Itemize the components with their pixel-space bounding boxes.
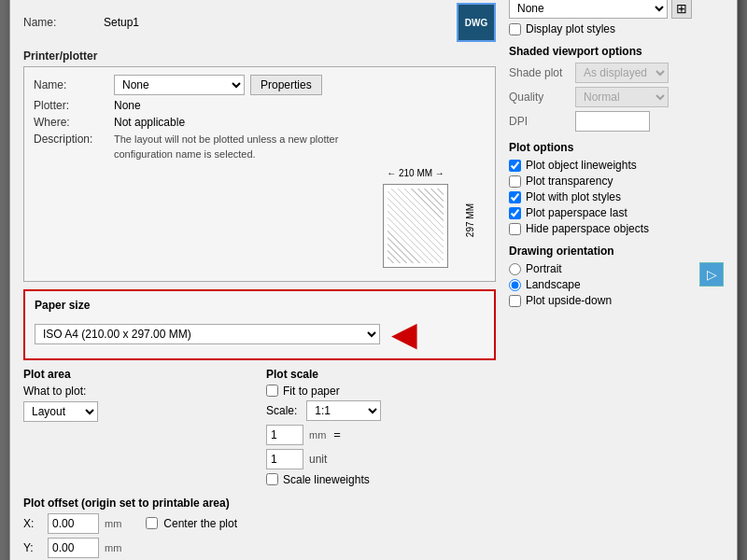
scale-select[interactable]: 1:1 xyxy=(306,400,381,421)
landscape-label: Landscape xyxy=(526,278,581,291)
what-to-plot-label: What to plot: xyxy=(23,385,86,398)
scale-label: Scale: xyxy=(266,404,297,417)
orientation-options: Portrait Landscape Plot upside-down xyxy=(509,262,699,310)
y-input[interactable] xyxy=(48,538,99,558)
plot-option3-row: Plot with plot styles xyxy=(509,190,724,203)
main-content: Page setup Name: Setup1 DWG Printer/plot… xyxy=(23,0,724,560)
shade-plot-select: As displayed xyxy=(575,63,669,83)
fit-to-paper-checkbox[interactable] xyxy=(266,385,278,397)
y-mm-label: mm xyxy=(105,542,121,553)
scale-num2-input[interactable] xyxy=(266,449,303,469)
quality-label: Quality xyxy=(509,91,570,104)
plot-paperspace-last-checkbox[interactable] xyxy=(509,207,521,219)
properties-button[interactable]: Properties xyxy=(250,75,322,95)
center-plot-checkbox[interactable] xyxy=(146,517,158,529)
plot-style-select[interactable]: None xyxy=(509,0,668,19)
scale-numbers-row2: unit xyxy=(266,449,496,469)
display-plot-styles-checkbox[interactable] xyxy=(509,23,521,35)
dpi-label: DPI xyxy=(509,115,570,128)
name-row: Name: Setup1 DWG xyxy=(23,3,496,42)
portrait-radio[interactable] xyxy=(509,263,521,275)
quality-select: Normal xyxy=(575,87,669,107)
paper-size-row: ISO A4 (210.00 x 297.00 MM) ◀ xyxy=(35,317,485,351)
paper-preview-wrapper: ← 210 MM → 297 MM xyxy=(34,165,486,268)
plot-option1-row: Plot object lineweights xyxy=(509,159,724,172)
where-label: Where: xyxy=(34,116,108,129)
display-plot-styles-row: Display plot styles xyxy=(509,22,724,35)
fit-to-paper-label: Fit to paper xyxy=(283,385,340,398)
paper-size-select[interactable]: ISO A4 (210.00 x 297.00 MM) xyxy=(35,324,380,344)
landscape-icon[interactable]: ▷ xyxy=(699,262,724,287)
plot-scale-section: Plot scale Fit to paper Scale: 1:1 xyxy=(266,368,496,489)
drawing-orientation-label: Drawing orientation xyxy=(509,245,724,258)
landscape-radio[interactable] xyxy=(509,279,521,291)
dwg-icon: DWG xyxy=(457,3,496,42)
plot-style-row: None ⊞ xyxy=(509,0,724,19)
scale-lineweights-label: Scale lineweights xyxy=(283,473,370,486)
x-input[interactable] xyxy=(48,513,99,534)
plot-options-label: Plot options xyxy=(509,141,724,154)
equals-sign: = xyxy=(333,427,341,441)
orientation-row: Portrait Landscape Plot upside-down xyxy=(509,262,724,310)
dialog-body: Page setup Name: Setup1 DWG Printer/plot… xyxy=(10,0,737,560)
plot-option4-row: Plot paperspace last xyxy=(509,206,724,219)
name-label: Name: xyxy=(23,16,98,29)
upside-down-checkbox[interactable] xyxy=(509,295,521,307)
left-column: Page setup Name: Setup1 DWG Printer/plot… xyxy=(23,0,496,560)
description-row: Description: The layout will not be plot… xyxy=(34,133,486,161)
what-to-plot-row: What to plot: xyxy=(23,385,253,398)
printer-section-label: Printer/plotter xyxy=(23,49,496,63)
printer-name-select[interactable]: None xyxy=(114,75,245,95)
scale-lineweights-checkbox[interactable] xyxy=(266,473,278,485)
x-mm-label: mm xyxy=(105,518,121,529)
plot-offset-section: Plot offset (origin set to printable are… xyxy=(23,497,496,558)
plot-transparency-checkbox[interactable] xyxy=(509,175,521,188)
x-label: X: xyxy=(23,517,42,530)
plot-style-icon-button[interactable]: ⊞ xyxy=(671,0,692,19)
what-to-plot-select[interactable]: Layout xyxy=(23,401,98,422)
x-offset-row: X: mm Center the plot xyxy=(23,513,496,534)
shade-plot-label: Shade plot xyxy=(509,66,570,79)
paper-dim-right: 297 MM xyxy=(465,203,475,237)
printer-name-row: Name: None Properties xyxy=(34,75,486,95)
plot-option1-label: Plot object lineweights xyxy=(526,159,637,172)
right-column: Plot style table (pen assignments) None … xyxy=(509,0,724,560)
y-offset-row: Y: mm xyxy=(23,538,496,558)
plotter-value: None xyxy=(114,99,141,112)
where-value: Not applicable xyxy=(114,116,185,129)
plot-offset-label: Plot offset (origin set to printable are… xyxy=(23,497,496,510)
plot-option3-label: Plot with plot styles xyxy=(526,190,621,203)
paper-preview: ← 210 MM → 297 MM xyxy=(383,184,448,268)
quality-row: Quality Normal xyxy=(509,87,724,107)
drawing-orientation-group: Drawing orientation Portrait Landscape xyxy=(509,245,724,310)
shaded-viewport-label: Shaded viewport options xyxy=(509,45,724,58)
shaded-viewport-group: Shaded viewport options Shade plot As di… xyxy=(509,45,724,132)
portrait-label: Portrait xyxy=(526,262,562,275)
printer-group: Name: None Properties Plotter: None Wher… xyxy=(23,66,496,282)
scale-numbers-row: mm = xyxy=(266,425,496,445)
plot-lineweights-checkbox[interactable] xyxy=(509,160,521,172)
hide-paperspace-checkbox[interactable] xyxy=(509,223,521,235)
scale-lineweights-row: Scale lineweights xyxy=(266,473,496,486)
paper-dim-top: ← 210 MM → xyxy=(384,168,447,178)
scale-num1-input[interactable] xyxy=(266,425,303,445)
dpi-input xyxy=(575,111,650,132)
plot-area-label: Plot area xyxy=(23,368,253,381)
dpi-row: DPI xyxy=(509,111,724,132)
plot-with-styles-checkbox[interactable] xyxy=(509,191,521,203)
landscape-row: Landscape xyxy=(509,278,699,291)
plot-option2-row: Plot transparency xyxy=(509,175,724,188)
red-arrow-icon: ◀ xyxy=(391,317,417,351)
upside-down-label: Plot upside-down xyxy=(526,294,612,307)
plotter-row: Plotter: None xyxy=(34,99,486,112)
portrait-row: Portrait xyxy=(509,262,699,275)
plot-option5-label: Hide paperspace objects xyxy=(526,222,649,235)
plot-area-section: Plot area What to plot: Layout xyxy=(23,368,253,489)
plot-style-group: Plot style table (pen assignments) None … xyxy=(509,0,724,35)
unit-label: unit xyxy=(309,453,327,466)
plotter-label: Plotter: xyxy=(34,99,108,112)
scale-row: Scale: 1:1 xyxy=(266,400,496,421)
upside-down-row: Plot upside-down xyxy=(509,294,699,307)
description-value: The layout will not be plotted unless a … xyxy=(114,133,394,161)
y-label: Y: xyxy=(23,541,42,554)
